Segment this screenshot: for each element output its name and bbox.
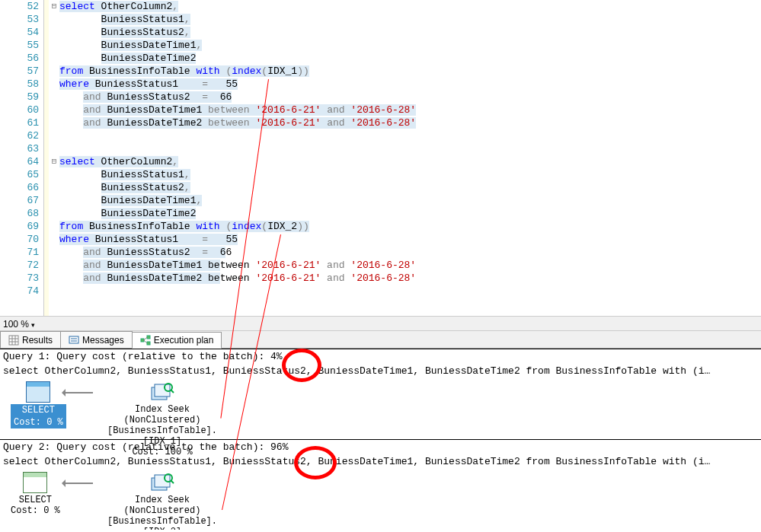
line-number-gutter: 5253545556575859606162636465666768697071… [0, 0, 44, 316]
grid-icon [8, 335, 19, 346]
index-seek-node[interactable]: Index Seek (NonClustered) [BusinessInfoT… [98, 472, 227, 530]
seek-title: Index Seek (NonClustered) [98, 404, 227, 425]
svg-rect-5 [69, 336, 78, 343]
tab-execution-plan[interactable]: Execution plan [132, 332, 222, 349]
index-seek-icon [150, 381, 174, 403]
tab-messages-label: Messages [82, 335, 124, 346]
message-icon [69, 335, 79, 346]
plan-sql-1: select OtherColumn2, BuniessStatus1, Bun… [0, 364, 761, 378]
seek-object: [BusinessInfoTable].[IDX_1] [98, 425, 227, 447]
svg-rect-10 [147, 342, 150, 345]
zoom-value: 100 % [3, 319, 29, 330]
tab-messages[interactable]: Messages [60, 331, 133, 348]
execution-plan-area[interactable]: Query 1: Query cost (relative to the bat… [0, 349, 761, 530]
tab-results[interactable]: Results [0, 331, 61, 348]
select-icon [23, 472, 47, 493]
svg-rect-9 [147, 336, 150, 339]
plan-query-1: Query 1: Query cost (relative to the bat… [0, 349, 761, 439]
fold-column[interactable]: ⊟⊟ [49, 0, 59, 316]
index-seek-icon [150, 472, 174, 493]
dropdown-icon[interactable]: ▾ [31, 321, 35, 329]
tab-results-label: Results [22, 335, 53, 346]
index-seek-node[interactable]: Index Seek (NonClustered) [BusinessInfoT… [98, 381, 227, 457]
zoom-level[interactable]: 100 % ▾ [0, 316, 761, 331]
seek-title: Index Seek (NonClustered) [98, 495, 227, 516]
select-label: SELECT [11, 404, 66, 416]
results-tabs: Results Messages Execution plan [0, 331, 761, 349]
seek-object: [BusinessInfoTable].[IDX_2] [98, 516, 227, 530]
select-icon [26, 381, 50, 403]
code-area[interactable]: select OtherColumn2, BuniessStatus1, Bun… [59, 0, 761, 316]
svg-line-11 [144, 337, 147, 340]
svg-rect-8 [141, 339, 144, 342]
svg-line-12 [144, 340, 147, 343]
sql-editor[interactable]: 5253545556575859606162636465666768697071… [0, 0, 761, 316]
tab-plan-label: Execution plan [154, 335, 214, 346]
svg-rect-0 [9, 336, 18, 345]
seek-cost: Cost: 100 % [98, 447, 227, 457]
plan-header-1: Query 1: Query cost (relative to the bat… [0, 349, 761, 364]
select-cost: Cost: 0 % [11, 505, 60, 516]
plan-diagram-1[interactable]: SELECT Cost: 0 % Index Seek (NonClustere… [0, 378, 761, 439]
svg-line-16 [171, 390, 174, 393]
select-cost: Cost: 0 % [11, 416, 66, 428]
svg-line-20 [171, 480, 174, 483]
plan-arrow [62, 392, 93, 393]
plan-arrow [62, 483, 93, 484]
select-node[interactable]: SELECT Cost: 0 % [11, 472, 60, 516]
plan-diagram-2[interactable]: SELECT Cost: 0 % Index Seek (NonClustere… [0, 469, 761, 530]
select-label: SELECT [11, 495, 60, 505]
plan-icon [140, 335, 151, 346]
